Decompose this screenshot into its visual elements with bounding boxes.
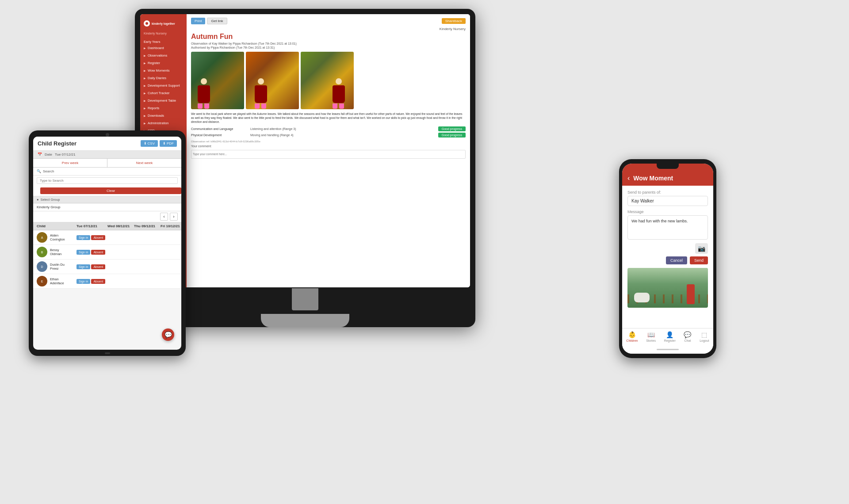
prev-page-button[interactable]: ‹ (160, 213, 168, 221)
action-button[interactable]: 💬 (162, 328, 174, 341)
csv-button[interactable]: ⬇ CSV (141, 140, 158, 147)
getlink-button[interactable]: Get link (207, 18, 227, 24)
col-wed: Wed 08/12/21 (107, 224, 134, 228)
monitor: kinderly together Kinderly Nursery Early… (135, 9, 475, 327)
prev-week-button[interactable]: Prev week (33, 159, 107, 167)
tablet-date-bar: 📅 Date Tue 07/12/21 (33, 151, 181, 159)
back-button[interactable]: ‹ (627, 174, 630, 182)
sidebar-item-devsupport[interactable]: ▶ Development Support (140, 82, 187, 89)
chevron-icon: ▶ (144, 107, 146, 110)
pdf-button[interactable]: ⬇ PDF (160, 140, 177, 147)
absent-button[interactable]: Absent (91, 250, 105, 255)
download-icon: ⬇ (144, 141, 147, 145)
sidebar-section: Early Years (140, 38, 187, 44)
message-box[interactable]: We had fun with the new lambs. (627, 215, 708, 240)
absent-button[interactable]: Absent (91, 279, 105, 284)
obs-image-1 (191, 52, 244, 109)
home-bar (657, 349, 679, 350)
monitor-stand (261, 288, 349, 327)
chevron-icon: ▶ (144, 69, 146, 72)
cancel-button[interactable]: Cancel (666, 256, 687, 264)
tab-children[interactable]: 👶 Children (626, 331, 638, 342)
next-week-button[interactable]: Next week (107, 159, 181, 167)
send-button[interactable]: Send (690, 256, 708, 264)
date-label: Date (45, 153, 52, 157)
col-thu: Thu 09/12/21 (134, 224, 161, 228)
signin-button[interactable]: Sign in (76, 264, 90, 269)
tab-register[interactable]: 👤 Register (664, 331, 676, 342)
obs-tag-label-1: Communication and Language (191, 127, 249, 130)
col-child: Child (37, 224, 76, 228)
sidebar-subtitle: Kinderly Nursery (140, 31, 187, 38)
absent-button[interactable]: Absent (91, 264, 105, 269)
calendar-icon: 📅 (38, 153, 42, 157)
sidebar-item-cohort[interactable]: ▶ Cohort Tracker (140, 89, 187, 97)
sidebar-item-register[interactable]: ▶ Register (140, 59, 187, 67)
sidebar-item-wow[interactable]: ▶ Wow Moments (140, 67, 187, 74)
sidebar-item-label: Reports (148, 106, 159, 110)
attendance-cell: Sign in Absent (76, 264, 107, 269)
sidebar-item-dashboard[interactable]: ▶ Dashboard (140, 44, 187, 52)
signin-button[interactable]: Sign in (76, 250, 90, 255)
obs-tag-row-2: Physical Development Moving and handling… (191, 133, 466, 137)
avatar: A (37, 232, 47, 243)
toolbar-left: Print Get link (191, 18, 227, 24)
sidebar-item-observations[interactable]: ▶ Observations (140, 52, 187, 59)
sidebar-item-label: Wow Moments (148, 69, 169, 73)
tablet-camera (106, 133, 109, 137)
phone-notch (657, 164, 679, 169)
sidebar-item-devtable[interactable]: ▶ Development Table (140, 97, 187, 104)
print-button[interactable]: Print (191, 18, 205, 24)
tab-stories[interactable]: 📖 Stories (646, 331, 656, 342)
group-value: Kinderly Group (33, 203, 181, 211)
group-label: Select Group (41, 198, 60, 202)
observation-images (191, 52, 466, 109)
shareback-button[interactable]: Shareback (442, 18, 466, 24)
sidebar-item-reports[interactable]: ▶ Reports (140, 104, 187, 112)
chevron-icon: ▶ (144, 84, 146, 87)
sidebar-item-admin[interactable]: ▶ Administration (140, 119, 187, 127)
phone-tabs: 👶 Children 📖 Stories 👤 Register 💬 Chat (622, 331, 713, 342)
obs-tag-label-2: Physical Development (191, 134, 249, 137)
phone-body: Send to parents of: Kay Walker Message W… (622, 186, 713, 328)
phone-photo (627, 268, 708, 308)
tablet-search-bar: 🔍 Search (33, 168, 181, 176)
camera-button[interactable]: 📷 (695, 243, 708, 254)
chat-icon: 💬 (684, 331, 691, 338)
sidebar-item-downloads[interactable]: ▶ Downloads (140, 112, 187, 119)
obs-comment-input[interactable] (191, 150, 466, 159)
sidebar-item-label: Register (148, 61, 160, 65)
tablet-home-button[interactable] (105, 352, 110, 354)
tab-chat[interactable]: 💬 Chat (684, 331, 691, 342)
signin-button[interactable]: Sign in (76, 279, 90, 284)
sidebar-item-label: Administration (148, 121, 169, 125)
child-name: AldenCovington (50, 233, 65, 241)
phone-footer: 👶 Children 📖 Stories 👤 Register 💬 Chat (622, 328, 713, 354)
tab-label: Chat (685, 339, 691, 342)
attendance-cell: Sign in Absent (76, 250, 107, 255)
table-row: E EthanAdenface Sign in Absent (33, 274, 181, 289)
sidebar-item-label: Observations (148, 53, 167, 57)
toolbar: Print Get link Shareback (191, 18, 466, 24)
col-fri: Fri 10/12/21 (161, 224, 181, 228)
tablet-pagination: ‹ › (33, 211, 181, 222)
chevron-icon: ▶ (144, 92, 146, 95)
absent-button[interactable]: Absent (91, 235, 105, 240)
monitor-main: Print Get link Shareback Kinderly Nurser… (187, 14, 470, 287)
next-page-button[interactable]: › (170, 213, 178, 221)
tab-logout[interactable]: ⬚ Logout (700, 331, 709, 342)
monitor-content: kinderly together Kinderly Nursery Early… (140, 14, 470, 287)
recipient-field: Kay Walker (627, 196, 708, 206)
org-name: Kinderly Nursery (191, 27, 466, 31)
obs-tag-range-1: Listening and attention (Range 3) (250, 127, 436, 130)
phone-title: Wow Moment (633, 175, 673, 182)
signin-button[interactable]: Sign in (76, 235, 90, 240)
sidebar-item-diaries[interactable]: ▶ Daily Diaries (140, 74, 187, 82)
clear-button[interactable]: Clear (40, 187, 181, 194)
obs-image-3 (301, 52, 354, 109)
home-indicator (622, 342, 713, 353)
add-photo-area: 📷 (627, 243, 708, 254)
sidebar-item-label: Downloads (148, 114, 164, 118)
obs-tag-badge-1: Good progress (438, 126, 466, 131)
search-input[interactable] (37, 177, 178, 184)
